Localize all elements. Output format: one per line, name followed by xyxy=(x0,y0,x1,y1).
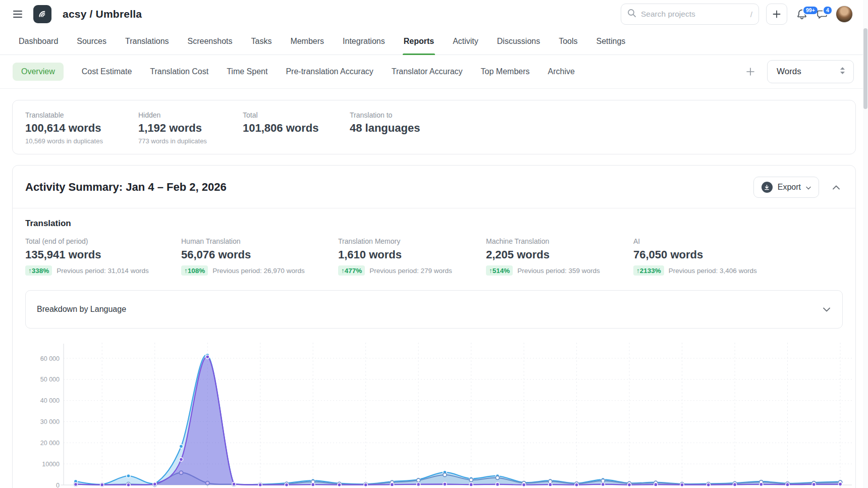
report-tab-overview[interactable]: Overview xyxy=(13,63,64,81)
report-tab-translator-accuracy[interactable]: Translator Accuracy xyxy=(392,63,463,81)
metric-machine-translation: Machine Translation 2,205 words ↑514% Pr… xyxy=(486,237,633,276)
metric-label: Machine Translation xyxy=(486,237,633,245)
stat-label: Translatable xyxy=(25,111,138,119)
reports-page: acsy / Umbrella / 99+ 4 Da xyxy=(0,0,868,488)
tab-screenshots[interactable]: Screenshots xyxy=(188,28,233,55)
report-tab-archive[interactable]: Archive xyxy=(548,63,575,81)
svg-text:0: 0 xyxy=(56,482,60,488)
stat-note xyxy=(350,137,420,145)
reports-subnav: Overview Cost Estimate Translation Cost … xyxy=(0,55,868,89)
stat-note: 773 words in duplicates xyxy=(138,137,243,145)
tab-activity[interactable]: Activity xyxy=(453,28,478,55)
report-tab-time-spent[interactable]: Time Spent xyxy=(227,63,267,81)
search-icon xyxy=(627,9,636,20)
metric-value: 2,205 words xyxy=(486,248,633,261)
caret-down-icon xyxy=(806,184,811,191)
activity-chart: 01000020 00030 00040 00050 00060 0004 Ja… xyxy=(25,338,843,488)
tab-translations[interactable]: Translations xyxy=(125,28,169,55)
export-button-label: Export xyxy=(778,183,801,192)
collapse-section-icon[interactable] xyxy=(833,185,840,190)
hamburger-menu-icon[interactable] xyxy=(13,10,23,18)
translation-section: Translation Total (end of period) 135,94… xyxy=(13,208,855,488)
breakdown-label: Breakdown by Language xyxy=(37,305,126,314)
page-title: acsy / Umbrella xyxy=(63,8,142,20)
svg-text:10000: 10000 xyxy=(42,461,60,468)
change-badge: ↑108% xyxy=(181,265,208,276)
unit-selector-value: Words xyxy=(777,67,801,77)
metric-label: Total (end of period) xyxy=(25,237,181,245)
stat-note xyxy=(243,137,350,145)
search-input[interactable] xyxy=(641,10,746,19)
tab-tools[interactable]: Tools xyxy=(559,28,577,55)
add-report-icon[interactable] xyxy=(746,67,755,76)
metric-ai: AI 76,050 words ↑2133% Previous period: … xyxy=(633,237,757,276)
tab-dashboard[interactable]: Dashboard xyxy=(19,28,58,55)
search-box[interactable]: / xyxy=(621,4,759,25)
previous-period: Previous period: 359 words xyxy=(517,267,600,275)
svg-text:30 000: 30 000 xyxy=(40,418,60,425)
stat-label: Hidden xyxy=(138,111,243,119)
top-bar: acsy / Umbrella / 99+ 4 xyxy=(0,0,868,28)
tab-discussions[interactable]: Discussions xyxy=(497,28,540,55)
metric-value: 1,610 words xyxy=(338,248,486,261)
svg-text:20 000: 20 000 xyxy=(40,440,60,447)
activity-chart-svg: 01000020 00030 00040 00050 00060 0004 Ja… xyxy=(25,338,856,488)
tab-settings[interactable]: Settings xyxy=(596,28,626,55)
page-scrollbar[interactable] xyxy=(863,0,868,488)
svg-text:60 000: 60 000 xyxy=(40,355,60,362)
tab-members[interactable]: Members xyxy=(290,28,324,55)
svg-text:50 000: 50 000 xyxy=(40,376,60,383)
select-arrows-icon xyxy=(840,67,845,77)
project-nav: Dashboard Sources Translations Screensho… xyxy=(0,28,868,55)
metric-label: AI xyxy=(633,237,757,245)
metric-label: Translation Memory xyxy=(338,237,486,245)
report-tab-cost-estimate[interactable]: Cost Estimate xyxy=(82,63,132,81)
create-project-button[interactable] xyxy=(766,4,787,25)
download-icon xyxy=(762,182,773,193)
previous-period: Previous period: 31,014 words xyxy=(57,267,148,275)
user-avatar[interactable] xyxy=(836,6,853,23)
activity-summary-title: Activity Summary: Jan 4 – Feb 2, 2026 xyxy=(25,181,753,194)
report-tab-translation-cost[interactable]: Translation Cost xyxy=(150,63,208,81)
project-logo xyxy=(33,5,51,23)
metric-value: 135,941 words xyxy=(25,248,181,261)
search-shortcut-hint: / xyxy=(750,10,752,19)
translation-section-title: Translation xyxy=(25,219,843,229)
chevron-down-icon xyxy=(823,305,830,314)
stat-translatable: Translatable 100,614 words 10,569 words … xyxy=(25,111,138,145)
word-stats-card: Translatable 100,614 words 10,569 words … xyxy=(12,100,856,154)
activity-summary-header: Activity Summary: Jan 4 – Feb 2, 2026 Ex… xyxy=(13,166,855,208)
stat-total: Total 101,806 words xyxy=(243,111,350,145)
stat-value: 100,614 words xyxy=(25,122,138,135)
stat-note: 10,569 words in duplicates xyxy=(25,137,138,145)
previous-period: Previous period: 3,406 words xyxy=(669,267,757,275)
tab-tasks[interactable]: Tasks xyxy=(251,28,272,55)
tab-integrations[interactable]: Integrations xyxy=(343,28,385,55)
stat-hidden: Hidden 1,192 words 773 words in duplicat… xyxy=(138,111,243,145)
metric-human-translation: Human Translation 56,076 words ↑108% Pre… xyxy=(181,237,338,276)
export-button[interactable]: Export xyxy=(753,177,819,198)
change-badge: ↑338% xyxy=(25,265,52,276)
previous-period: Previous period: 26,970 words xyxy=(212,267,304,275)
notifications-bell-icon[interactable]: 99+ xyxy=(796,9,807,20)
translation-metrics: Total (end of period) 135,941 words ↑338… xyxy=(25,237,843,276)
metric-label: Human Translation xyxy=(181,237,338,245)
unit-selector[interactable]: Words xyxy=(767,60,854,83)
stat-value: 1,192 words xyxy=(138,122,243,135)
breakdown-by-language-toggle[interactable]: Breakdown by Language xyxy=(25,290,843,329)
report-tab-top-members[interactable]: Top Members xyxy=(481,63,530,81)
activity-summary-card: Activity Summary: Jan 4 – Feb 2, 2026 Ex… xyxy=(12,165,856,488)
report-tab-pretranslation-accuracy[interactable]: Pre-translation Accuracy xyxy=(286,63,373,81)
metric-value: 76,050 words xyxy=(633,248,757,261)
tab-sources[interactable]: Sources xyxy=(77,28,106,55)
tab-reports[interactable]: Reports xyxy=(404,28,434,55)
scrollbar-thumb[interactable] xyxy=(863,28,867,109)
messages-chat-icon[interactable]: 4 xyxy=(817,9,828,20)
previous-period: Previous period: 279 words xyxy=(369,267,452,275)
stat-value: 48 languages xyxy=(350,122,420,135)
change-badge: ↑514% xyxy=(486,265,513,276)
svg-text:40 000: 40 000 xyxy=(40,397,60,404)
stat-translation-to: Translation to 48 languages xyxy=(350,111,420,145)
metric-value: 56,076 words xyxy=(181,248,338,261)
messages-badge: 4 xyxy=(823,6,833,15)
